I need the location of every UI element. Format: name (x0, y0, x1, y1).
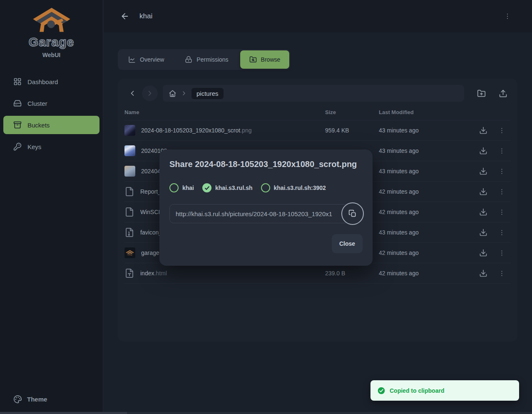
domain-option[interactable]: khai (169, 183, 194, 192)
download-button[interactable] (476, 123, 490, 137)
file-modified: 42 minutes ago (379, 209, 476, 215)
brand-subtitle: WebUI (42, 52, 60, 58)
share-dialog-title: Share 2024-08-18-105203_1920x1080_scrot.… (169, 160, 363, 169)
download-button[interactable] (476, 246, 490, 260)
layout-grid-icon (13, 77, 22, 86)
col-size: Size (325, 109, 379, 115)
new-folder-button[interactable] (473, 85, 489, 101)
radio-checked-icon[interactable] (202, 183, 211, 192)
file-size: 959.4 KB (325, 127, 379, 134)
upload-button[interactable] (495, 85, 511, 101)
page-header: khai (104, 0, 532, 32)
key-icon (13, 142, 22, 151)
scrollbar-thumb[interactable] (0, 412, 127, 414)
share-url-input[interactable] (169, 204, 349, 223)
domain-options: khaikhai.s3.rul.shkhai.s3.rul.sh:3902 (169, 183, 363, 192)
tab-permissions[interactable]: Permissions (176, 50, 237, 69)
archive-icon (13, 121, 22, 129)
file-row[interactable]: index.html239.0 B42 minutes ago (124, 263, 511, 284)
row-menu-button[interactable] (495, 225, 509, 239)
file-modified: 43 minutes ago (379, 229, 476, 236)
download-button[interactable] (476, 266, 490, 280)
file-modified: 43 minutes ago (379, 147, 476, 154)
file-name: 2024-08-18-105203_1920x1080_scrot.png (141, 127, 251, 134)
file-modified: 43 minutes ago (379, 168, 476, 175)
row-menu-button[interactable] (495, 123, 509, 137)
file-modified: 42 minutes ago (379, 249, 476, 256)
file-thumbnail: Garage (124, 247, 135, 258)
theme-label: Theme (27, 396, 47, 403)
palette-icon (13, 395, 22, 404)
row-menu-button[interactable] (495, 266, 509, 280)
file-modified: 42 minutes ago (379, 270, 476, 277)
breadcrumb-folder[interactable]: pictures (191, 88, 224, 99)
file-icon (124, 207, 134, 217)
browse-toolbar: pictures (124, 85, 511, 102)
brand-title: Garage (29, 35, 74, 49)
download-button[interactable] (476, 205, 490, 219)
row-menu-button[interactable] (495, 205, 509, 219)
toast-message: Copied to clipboard (390, 387, 444, 394)
chevron-right-icon (181, 90, 187, 97)
toast-notification: Copied to clipboard (370, 380, 519, 401)
radio-unchecked-icon[interactable] (169, 183, 179, 192)
bucket-tabs: OverviewPermissionsBrowse (118, 49, 291, 70)
back-button[interactable] (118, 9, 132, 23)
sidebar-item-buckets[interactable]: Buckets (3, 116, 99, 134)
col-name: Name (124, 109, 325, 115)
download-button[interactable] (476, 144, 490, 158)
domain-option[interactable]: khai.s3.rul.sh:3902 (261, 183, 326, 192)
page-title: khai (139, 12, 152, 20)
file-modified: 43 minutes ago (379, 127, 476, 134)
svg-text:Garage: Garage (127, 254, 132, 256)
history-forward-button[interactable] (142, 85, 158, 101)
garage-webui-app: Garage WebUI DashboardClusterBucketsKeys… (0, 0, 532, 414)
history-back-button[interactable] (124, 85, 140, 101)
breadcrumb: pictures (163, 85, 464, 102)
sidebar-item-dashboard[interactable]: Dashboard (3, 72, 99, 91)
tab-overview[interactable]: Overview (119, 50, 173, 69)
download-button[interactable] (476, 164, 490, 178)
chart-line-icon (128, 56, 136, 63)
domain-option[interactable]: khai.s3.rul.sh (202, 183, 252, 192)
file-thumbnail (124, 125, 135, 136)
row-menu-button[interactable] (495, 144, 509, 158)
home-icon[interactable] (169, 90, 177, 97)
download-button[interactable] (476, 185, 490, 199)
garage-logo-icon (32, 7, 71, 34)
sidebar-item-cluster[interactable]: Cluster (3, 94, 99, 112)
file-name: index.html (140, 270, 167, 277)
col-modified: Last Modified (379, 109, 476, 115)
row-menu-button[interactable] (495, 246, 509, 260)
sidebar-item-keys[interactable]: Keys (3, 137, 99, 156)
row-menu-button[interactable] (495, 185, 509, 199)
tab-browse[interactable]: Browse (240, 50, 290, 69)
lock-icon (185, 56, 192, 63)
radio-unchecked-icon[interactable] (261, 183, 270, 192)
table-header: Name Size Last Modified (124, 105, 511, 120)
close-button[interactable]: Close (332, 234, 363, 253)
theme-toggle[interactable]: Theme (3, 390, 99, 408)
brand: Garage WebUI (0, 0, 103, 58)
copy-url-button[interactable] (341, 202, 364, 225)
sidebar: Garage WebUI DashboardClusterBucketsKeys… (0, 0, 103, 414)
file-size: 239.0 B (325, 270, 379, 277)
file-row[interactable]: 2024-08-18-105203_1920x1080_scrot.png959… (124, 120, 511, 141)
header-menu-button[interactable] (500, 9, 515, 23)
sidebar-nav: DashboardClusterBucketsKeys (0, 72, 103, 156)
file-thumbnail (124, 145, 135, 156)
folder-search-icon (249, 56, 257, 63)
row-menu-button[interactable] (495, 164, 509, 178)
file-binary-icon (124, 227, 134, 237)
file-thumbnail (124, 166, 135, 177)
hard-drive-icon (13, 99, 22, 107)
file-modified: 42 minutes ago (379, 188, 476, 195)
file-icon (124, 187, 134, 197)
share-dialog: Share 2024-08-18-105203_1920x1080_scrot.… (159, 150, 373, 266)
horizontal-scrollbar[interactable] (0, 412, 532, 414)
file-type-icon (124, 268, 134, 278)
check-circle-icon (377, 387, 385, 395)
download-button[interactable] (476, 225, 490, 239)
